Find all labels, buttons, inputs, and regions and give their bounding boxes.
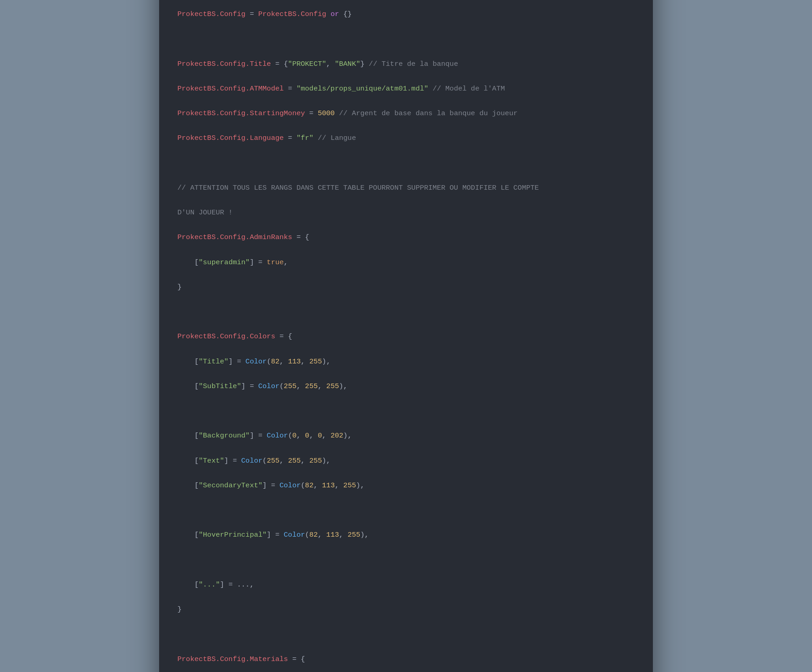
- code-line: }: [177, 603, 635, 616]
- code-line: ProkectBS.Config.Materials = {: [177, 653, 635, 666]
- code-line: ["Background"] = Color(0, 0, 0, 202),: [177, 430, 635, 442]
- code-line: ProkectBS.Config.ATMModel = "models/prop…: [177, 83, 635, 95]
- code-line: ["SecondaryText"] = Color(82, 113, 255),: [177, 480, 635, 492]
- code-editor-window: ProkectBS = ProkectBS or {} ProkectBS.BS…: [159, 0, 653, 672]
- code-line: // ATTENTION TOUS LES RANGS DANS CETTE T…: [177, 182, 635, 194]
- code-line: ProkectBS.Config.Title = {"PROKECT", "BA…: [177, 58, 635, 70]
- code-line: ["..."] = ...,: [177, 579, 635, 591]
- code-line: [177, 405, 635, 417]
- code-line: ["superadmin"] = true,: [177, 256, 635, 269]
- code-line: [177, 628, 635, 640]
- code-content: ProkectBS = ProkectBS or {} ProkectBS.BS…: [159, 0, 653, 672]
- code-line: [177, 33, 635, 45]
- code-line: [177, 504, 635, 517]
- code-line: ["Title"] = Color(82, 113, 255),: [177, 356, 635, 368]
- code-line: ProkectBS.Config = ProkectBS.Config or {…: [177, 8, 635, 21]
- code-line: ["Text"] = Color(255, 255, 255),: [177, 455, 635, 467]
- code-line: ProkectBS.Config.Colors = {: [177, 331, 635, 343]
- code-line: ["HoverPrincipal"] = Color(82, 113, 255)…: [177, 529, 635, 541]
- code-line: }: [177, 281, 635, 293]
- code-line: [177, 306, 635, 318]
- code-line: [177, 554, 635, 566]
- code-line: ProkectBS.Config.StartingMoney = 5000 //…: [177, 107, 635, 120]
- code-line: ["SubTitle"] = Color(255, 255, 255),: [177, 380, 635, 393]
- code-line: [177, 157, 635, 170]
- code-line: D'UN JOUEUR !: [177, 207, 635, 219]
- code-line: ProkectBS.Config.Language = "fr" // Lang…: [177, 132, 635, 144]
- code-line: ProkectBS.Config.AdminRanks = {: [177, 231, 635, 244]
